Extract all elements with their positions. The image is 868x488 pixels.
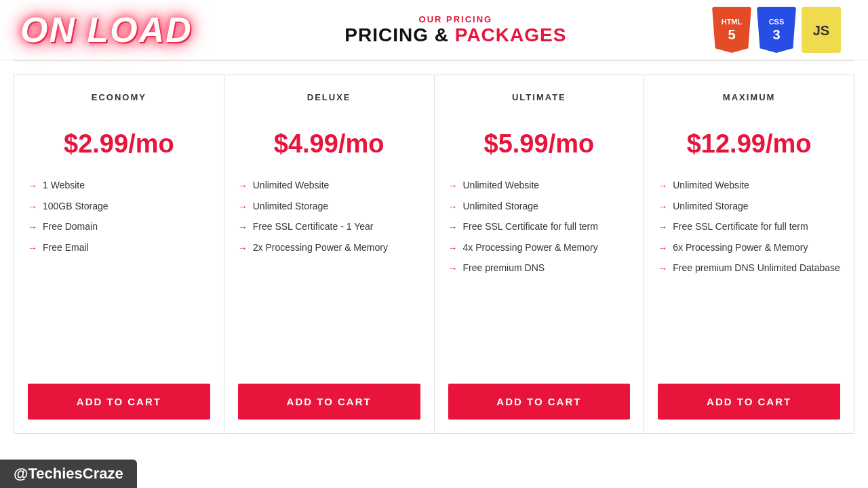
arrow-icon: →	[658, 201, 667, 214]
arrow-icon: →	[238, 180, 248, 193]
arrow-icon: →	[448, 242, 458, 256]
maximum-add-to-cart-button[interactable]: ADD TO CART	[658, 384, 840, 420]
arrow-icon: →	[28, 180, 37, 193]
arrow-icon: →	[448, 221, 458, 235]
economy-card: ECONOMY $2.99/mo →1 Website →100GB Stora…	[14, 75, 224, 434]
maximum-price: $12.99/mo	[658, 129, 840, 159]
arrow-icon: →	[448, 180, 458, 193]
pricing-title-packages: PACKAGES	[455, 24, 567, 45]
on-load-text: ON LOAD	[14, 7, 199, 53]
list-item: →4x Processing Power & Memory	[448, 241, 631, 256]
list-item: →Unlimited Storage	[238, 200, 420, 214]
list-item: →Free Email	[28, 241, 210, 256]
deluxe-features: →Unlimited Website →Unlimited Storage →F…	[238, 179, 420, 370]
list-item: →Free Domain	[28, 220, 210, 235]
pricing-cards-container: ECONOMY $2.99/mo →1 Website →100GB Stora…	[0, 61, 868, 441]
economy-name: ECONOMY	[28, 92, 210, 102]
list-item: →1 Website	[28, 179, 210, 193]
header-center: OUR PRICING PRICING & PACKAGES	[344, 14, 566, 46]
arrow-icon: →	[658, 180, 667, 193]
deluxe-price: $4.99/mo	[238, 129, 420, 159]
list-item: →Free premium DNS Unlimited Database	[658, 262, 840, 276]
list-item: →2x Processing Power & Memory	[238, 241, 420, 256]
arrow-icon: →	[658, 242, 667, 256]
list-item: →Free SSL Certificate for full term	[448, 220, 631, 235]
arrow-icon: →	[238, 242, 248, 256]
js-icon: JS	[802, 7, 841, 53]
maximum-card: MAXIMUM $12.99/mo →Unlimited Website →Un…	[644, 75, 854, 434]
header: ON LOAD OUR PRICING PRICING & PACKAGES H…	[0, 0, 868, 60]
list-item: →Free premium DNS	[448, 262, 631, 276]
arrow-icon: →	[658, 262, 667, 276]
list-item: →Free SSL Certificate for full term	[658, 220, 840, 235]
arrow-icon: →	[28, 221, 37, 235]
footer-watermark: @TechiesCraze	[0, 460, 137, 488]
list-item: →Unlimited Website	[448, 179, 631, 193]
list-item: →Unlimited Website	[238, 179, 420, 193]
pricing-title: PRICING & PACKAGES	[344, 24, 566, 46]
html-icon: HTML 5	[712, 7, 751, 53]
our-pricing-label: OUR PRICING	[344, 14, 566, 24]
arrow-icon: →	[658, 221, 667, 235]
maximum-name: MAXIMUM	[658, 92, 840, 102]
css-icon: CSS 3	[757, 7, 796, 53]
ultimate-add-to-cart-button[interactable]: ADD TO CART	[448, 384, 631, 420]
deluxe-name: DELUXE	[238, 92, 420, 102]
ultimate-name: ULTIMATE	[448, 92, 631, 102]
list-item: →Unlimited Website	[658, 179, 840, 193]
ultimate-price: $5.99/mo	[448, 129, 631, 159]
arrow-icon: →	[238, 201, 248, 214]
deluxe-card: DELUXE $4.99/mo →Unlimited Website →Unli…	[224, 75, 435, 434]
arrow-icon: →	[28, 242, 37, 256]
arrow-icon: →	[448, 201, 458, 214]
list-item: →6x Processing Power & Memory	[658, 241, 840, 256]
maximum-features: →Unlimited Website →Unlimited Storage →F…	[658, 179, 840, 370]
deluxe-add-to-cart-button[interactable]: ADD TO CART	[238, 384, 420, 420]
list-item: →Unlimited Storage	[448, 200, 631, 214]
arrow-icon: →	[448, 262, 458, 276]
ultimate-features: →Unlimited Website →Unlimited Storage →F…	[448, 179, 631, 370]
ultimate-card: ULTIMATE $5.99/mo →Unlimited Website →Un…	[435, 75, 645, 434]
economy-price: $2.99/mo	[28, 129, 210, 159]
list-item: →100GB Storage	[28, 200, 210, 214]
list-item: →Unlimited Storage	[658, 200, 840, 214]
arrow-icon: →	[238, 221, 248, 235]
economy-features: →1 Website →100GB Storage →Free Domain →…	[28, 179, 210, 370]
tech-icons-group: HTML 5 CSS 3 JS	[712, 7, 841, 53]
on-load-branding: ON LOAD	[14, 9, 199, 50]
economy-add-to-cart-button[interactable]: ADD TO CART	[28, 384, 210, 420]
arrow-icon: →	[28, 201, 37, 214]
watermark-text: @TechiesCraze	[14, 465, 123, 482]
list-item: →Free SSL Certificate - 1 Year	[238, 220, 420, 235]
